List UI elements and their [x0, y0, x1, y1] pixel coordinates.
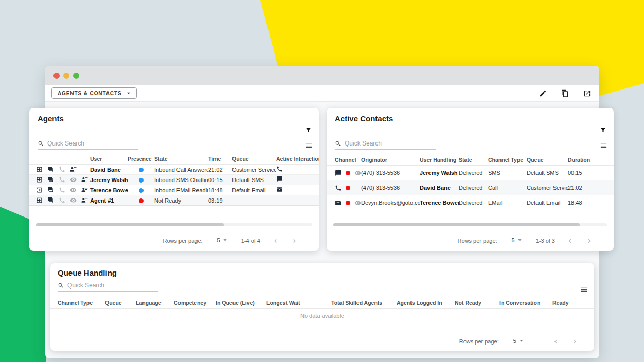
logout-agent-icon[interactable]: [36, 187, 43, 193]
rows-per-page-select[interactable]: 5: [214, 236, 230, 245]
sms-interaction-icon[interactable]: [276, 176, 283, 183]
contacts-search-input[interactable]: [345, 140, 436, 147]
search-icon: [335, 140, 342, 147]
column-header-channel-type: Channel Type: [488, 157, 527, 163]
agent-details-icon[interactable]: [81, 187, 88, 193]
agent-state: Inbound EMail Reading: [154, 187, 208, 193]
agents-pagination: Rows per page: 5 1-4 of 4: [163, 233, 298, 248]
presence-dot-blue: [139, 168, 144, 172]
window-minimize-button[interactable]: [63, 73, 69, 79]
scrollbar-thumb[interactable]: [36, 223, 224, 226]
contact-channel-type: Call: [488, 185, 527, 191]
agent-time: 03:19: [208, 197, 232, 204]
contact-row: (470) 313-5536 Jeremy Walsh Delivered SM…: [327, 166, 614, 180]
app-toolbar: AGENTS & CONTACTS: [45, 85, 599, 102]
call-agent-icon[interactable]: [59, 176, 65, 183]
column-header-queue: Queue: [527, 157, 568, 163]
next-page-icon[interactable]: [571, 338, 579, 346]
chat-with-agent-icon[interactable]: [47, 166, 54, 173]
presence-dot-red: [139, 198, 144, 203]
call-agent-icon[interactable]: [59, 166, 65, 173]
chat-with-agent-icon[interactable]: [47, 187, 54, 193]
previous-page-icon[interactable]: [272, 237, 279, 245]
rows-per-page-select[interactable]: 5: [509, 236, 525, 245]
agent-actions: [29, 166, 90, 173]
agent-name: Agent #1: [90, 197, 128, 204]
divider: [29, 230, 319, 230]
column-header: Total Skilled Agents: [331, 300, 397, 306]
logout-agent-icon[interactable]: [36, 197, 43, 204]
monitor-icon[interactable]: [70, 197, 77, 204]
queue-search: [58, 282, 158, 292]
contact-state: Delivered: [459, 200, 488, 206]
monitor-icon[interactable]: [70, 187, 77, 193]
rows-per-page-label: Rows per page:: [459, 338, 499, 345]
column-header: Language: [136, 300, 174, 306]
agent-row: David Bane Inbound Call Answered 21:02 C…: [29, 165, 319, 175]
scrollbar-thumb[interactable]: [333, 223, 580, 226]
call-agent-icon[interactable]: [59, 197, 65, 204]
column-header-queue: Queue: [232, 156, 276, 162]
column-header-originator: Originator: [361, 157, 420, 163]
logout-agent-icon[interactable]: [36, 166, 43, 173]
active-interaction-cell: [276, 186, 319, 195]
agent-name: David Bane: [90, 167, 128, 173]
agent-actions: [29, 176, 90, 183]
column-header-user: User: [90, 156, 128, 162]
channel-cell: [327, 185, 361, 191]
monitor-icon[interactable]: [354, 200, 361, 206]
horizontal-scrollbar: [36, 223, 312, 226]
agent-time: 21:02: [208, 167, 232, 173]
agent-details-icon[interactable]: [81, 176, 88, 183]
contacts-pagination: Rows per page: 5 1-3 of 3: [458, 233, 593, 248]
previous-page-icon[interactable]: [566, 237, 574, 245]
pagination-range: 1-4 of 4: [241, 238, 260, 244]
search-icon: [58, 282, 64, 289]
horizontal-scrollbar: [333, 223, 607, 226]
agent-details-icon[interactable]: [81, 197, 88, 204]
contact-duration: 00:15: [568, 170, 612, 176]
queue-search-input[interactable]: [67, 282, 158, 289]
search-icon: [38, 140, 44, 147]
view-selector-button[interactable]: AGENTS & CONTACTS: [51, 87, 137, 99]
logout-agent-icon[interactable]: [36, 176, 43, 183]
contact-channel-type: EMail: [488, 200, 527, 206]
chevron-down-icon: [125, 89, 132, 97]
monitor-icon[interactable]: [70, 176, 77, 183]
contact-row: (470) 313-5536 David Bane Delivered Call…: [327, 180, 614, 195]
column-header: In Conversation: [499, 300, 552, 306]
call-agent-icon[interactable]: [59, 187, 65, 193]
copy-icon[interactable]: [561, 89, 569, 97]
channel-cell: [327, 170, 361, 176]
live-indicator-dot: [346, 171, 350, 175]
column-menu-icon[interactable]: [305, 142, 313, 150]
open-in-new-icon[interactable]: [583, 89, 591, 97]
filter-icon[interactable]: [600, 126, 606, 133]
window-maximize-button[interactable]: [73, 73, 79, 79]
contact-originator: (470) 313-5536: [361, 170, 420, 176]
contact-queue: Default Email: [527, 200, 568, 206]
edit-icon[interactable]: [539, 89, 547, 97]
filter-icon[interactable]: [305, 126, 312, 133]
next-page-icon[interactable]: [585, 237, 593, 245]
chat-with-agent-icon[interactable]: [47, 197, 54, 204]
agent-details-icon[interactable]: [70, 166, 77, 173]
rows-per-page-label: Rows per page:: [458, 238, 497, 244]
active-contacts-card: Active Contacts Channel Originator User …: [327, 108, 614, 251]
presence-cell: [128, 186, 154, 195]
chat-with-agent-icon[interactable]: [47, 176, 54, 183]
next-page-icon[interactable]: [291, 237, 298, 245]
column-header-active-interactions: Active Interactions: [276, 156, 319, 162]
agents-search-input[interactable]: [47, 140, 138, 147]
column-menu-icon[interactable]: [600, 142, 607, 150]
window-close-button[interactable]: [53, 73, 60, 79]
column-menu-icon[interactable]: [580, 286, 588, 294]
previous-page-icon[interactable]: [552, 338, 560, 346]
call-channel-icon: [335, 185, 342, 191]
contact-channel-type: SMS: [488, 170, 527, 176]
call-interaction-icon[interactable]: [276, 166, 283, 172]
monitor-icon[interactable]: [354, 170, 361, 176]
agent-row: Terence Bowen Inbound EMail Reading 18:4…: [29, 185, 319, 195]
email-interaction-icon[interactable]: [276, 186, 283, 193]
rows-per-page-select[interactable]: 5: [510, 337, 526, 346]
